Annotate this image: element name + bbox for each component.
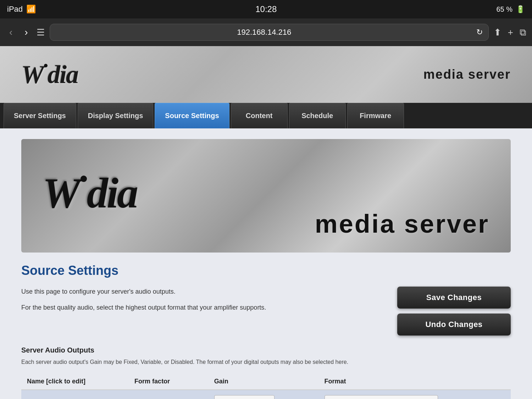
browser-chrome: ‹ › ☰ ↻ ⬆ + ⧉ bbox=[0, 18, 532, 46]
banner-tagline: media server bbox=[315, 209, 489, 238]
wifi-icon: 📶 bbox=[26, 5, 36, 14]
add-tab-button[interactable]: + bbox=[508, 27, 513, 38]
tabs-button[interactable]: ⧉ bbox=[520, 27, 526, 38]
tab-display-settings[interactable]: Display Settings bbox=[78, 103, 154, 128]
audio-outputs-desc: Each server audio output's Gain may be F… bbox=[21, 358, 511, 366]
refresh-icon[interactable]: ↻ bbox=[476, 28, 483, 37]
output-format-cell: 2 channel, 24bit 192,000Hz 2 channel, 24… bbox=[319, 390, 511, 399]
col-name: Name [click to edit] bbox=[21, 373, 129, 390]
undo-changes-button[interactable]: Undo Changes bbox=[397, 314, 511, 336]
time-display: 10:28 bbox=[255, 4, 277, 14]
banner-logo: Wdia bbox=[43, 169, 137, 218]
format-select-wrapper: 2 channel, 24bit 192,000Hz 2 channel, 24… bbox=[325, 395, 438, 399]
nav-tabs: Server Settings Display Settings Source … bbox=[0, 103, 532, 128]
audio-outputs-title: Server Audio Outputs bbox=[21, 346, 511, 354]
logo-text: Wdia bbox=[21, 60, 78, 89]
forward-button[interactable]: › bbox=[21, 24, 31, 40]
table-header-row: Name [click to edit] Form factor Gain Fo… bbox=[21, 373, 511, 390]
col-gain: Gain bbox=[209, 373, 319, 390]
output-name[interactable]: Main bbox=[21, 390, 129, 399]
col-form-factor: Form factor bbox=[129, 373, 209, 390]
tab-server-settings[interactable]: Server Settings bbox=[4, 103, 76, 128]
device-label: iPad bbox=[7, 5, 23, 14]
outputs-table: Name [click to edit] Form factor Gain Fo… bbox=[21, 373, 511, 399]
buttons-area: Save Changes Undo Changes bbox=[397, 287, 511, 336]
format-select[interactable]: 2 channel, 24bit 192,000Hz 2 channel, 24… bbox=[325, 395, 438, 399]
bookmarks-button[interactable]: ☰ bbox=[37, 27, 45, 38]
tab-source-settings[interactable]: Source Settings bbox=[155, 103, 229, 128]
description-line1: Use this page to configure your server's… bbox=[21, 287, 387, 297]
url-input[interactable] bbox=[56, 28, 473, 37]
tab-schedule[interactable]: Schedule bbox=[289, 103, 346, 128]
description-line2: For the best quality audio, select the h… bbox=[21, 303, 387, 313]
browser-actions: ⬆ + ⧉ bbox=[494, 27, 526, 38]
tab-content[interactable]: Content bbox=[231, 103, 288, 128]
tab-firmware[interactable]: Firmware bbox=[347, 103, 404, 128]
output-gain-cell: Fixed Gain Variable Gain Disabled ▼ bbox=[209, 390, 319, 399]
col-format: Format bbox=[319, 373, 511, 390]
status-bar-right: 65 % 🔋 bbox=[496, 5, 525, 13]
address-bar[interactable]: ↻ bbox=[50, 24, 489, 41]
status-bar: iPad 📶 10:28 65 % 🔋 bbox=[0, 0, 532, 18]
content-area: Use this page to configure your server's… bbox=[21, 287, 511, 336]
page-content: Wdia media server Server Settings Displa… bbox=[0, 46, 532, 399]
main-content: Wdia media server Source Settings Use th… bbox=[0, 128, 532, 399]
header-logo: Wdia bbox=[21, 60, 78, 89]
status-bar-left: iPad 📶 bbox=[7, 5, 36, 14]
site-header: Wdia media server bbox=[0, 46, 532, 103]
audio-outputs-section: Server Audio Outputs Each server audio o… bbox=[21, 346, 511, 399]
share-button[interactable]: ⬆ bbox=[494, 27, 501, 38]
output-form-factor: Analog/SPDIF bbox=[129, 390, 209, 399]
back-button[interactable]: ‹ bbox=[6, 24, 16, 40]
gain-select[interactable]: Fixed Gain Variable Gain Disabled bbox=[214, 395, 275, 399]
bookmarks-icon: ☰ bbox=[37, 27, 45, 38]
battery-icon: 🔋 bbox=[516, 5, 525, 13]
header-tagline: media server bbox=[423, 67, 511, 82]
description-area: Use this page to configure your server's… bbox=[21, 287, 387, 318]
save-changes-button[interactable]: Save Changes bbox=[397, 287, 511, 309]
table-row: Main Analog/SPDIF Fixed Gain Variable Ga… bbox=[21, 390, 511, 399]
page-title: Source Settings bbox=[21, 263, 511, 278]
banner: Wdia media server bbox=[21, 139, 511, 253]
gain-select-wrapper: Fixed Gain Variable Gain Disabled ▼ bbox=[214, 395, 275, 399]
battery-percent: 65 % bbox=[496, 5, 512, 13]
